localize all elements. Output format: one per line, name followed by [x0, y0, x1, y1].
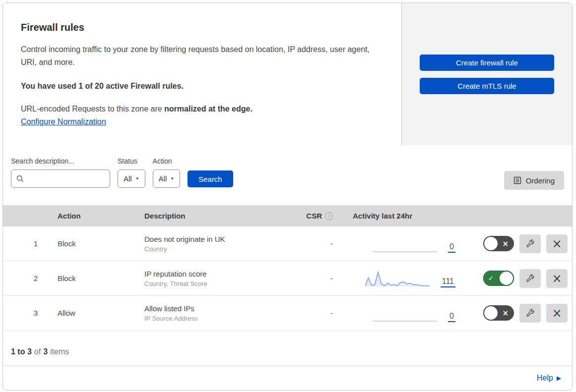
column-action: Action [48, 212, 134, 220]
action-filter-group: Action All ▼ [153, 157, 181, 188]
edit-rule-button[interactable] [519, 234, 541, 253]
pagination-range: 1 to 3 [11, 347, 32, 356]
page-description: Control incoming traffic to your zone by… [21, 43, 378, 69]
help-section: Help ▶ [3, 366, 572, 390]
rule-activity-cell: 111 [333, 261, 459, 295]
header-actions-panel: Create firewall rule Create mTLS rule [402, 3, 572, 145]
chevron-down-icon: ▼ [135, 177, 139, 181]
rule-description-cell: Allow listed IPs IP Source Address [134, 304, 283, 322]
delete-rule-button[interactable]: × [546, 269, 568, 288]
toggle-off-x-icon: × [502, 236, 509, 251]
enabled-toggle[interactable]: × ✓ [483, 305, 514, 321]
filter-section: Search description... Status All ▼ Actio… [3, 145, 572, 205]
search-input[interactable] [28, 175, 105, 183]
create-firewall-rule-button[interactable]: Create firewall rule [420, 55, 554, 71]
wrench-icon [525, 308, 535, 318]
table-header: Action Description CSR i Activity last 2… [3, 205, 572, 226]
status-dropdown[interactable]: All ▼ [118, 169, 145, 188]
rule-priority: 1 [3, 239, 48, 248]
rule-csr: - [283, 309, 333, 317]
enabled-toggle[interactable]: × ✓ [483, 271, 514, 286]
create-mtls-rule-button[interactable]: Create mTLS rule [420, 78, 554, 94]
rule-priority: 3 [3, 309, 48, 317]
activity-count-link[interactable]: 111 [441, 277, 455, 287]
enabled-toggle[interactable]: × ✓ [483, 236, 514, 251]
delete-rule-button[interactable]: × [546, 234, 568, 253]
action-value: All [159, 174, 167, 183]
usage-line: You have used 1 of 20 active Firewall ru… [21, 82, 386, 91]
status-label: Status [118, 157, 145, 165]
search-button[interactable]: Search [188, 170, 233, 187]
activity-sparkline [373, 303, 437, 323]
filter-controls: Search description... Status All ▼ Actio… [11, 157, 233, 188]
search-icon [16, 175, 24, 182]
column-activity: Activity last 24hr [333, 212, 459, 220]
activity-count-link[interactable]: 0 [448, 242, 455, 253]
activity-count-link[interactable]: 0 [448, 312, 455, 322]
normalization-text: URL-encoded Requests to this zone are [21, 105, 164, 113]
ordering-button[interactable]: Ordering [504, 171, 564, 190]
edit-rule-button[interactable] [519, 269, 541, 288]
csr-label: CSR [306, 212, 322, 220]
rule-fields: Country [144, 245, 283, 253]
search-label: Search description... [11, 157, 110, 165]
rule-action: Allow [48, 309, 134, 317]
rule-action: Block [48, 239, 134, 248]
status-value: All [124, 174, 132, 183]
status-filter-group: Status All ▼ [118, 157, 145, 188]
wrench-icon [525, 239, 535, 248]
action-label: Action [153, 157, 181, 165]
table-row: 1 Block Does not originate in UK Country… [3, 226, 572, 261]
rule-controls: × ✓ × [459, 269, 572, 288]
activity-sparkline [365, 269, 430, 288]
page-title: Firewall rules [21, 22, 386, 33]
firewall-rules-card: Firewall rules Control incoming traffic … [2, 2, 573, 391]
arrow-right-icon: ▶ [557, 375, 561, 382]
table-pagination: 1 to 3 of 3 items [3, 331, 572, 366]
table-row: 3 Allow Allow listed IPs IP Source Addre… [3, 296, 572, 331]
close-icon: × [552, 307, 562, 319]
toggle-knob [500, 272, 513, 285]
pagination-items: items [50, 347, 69, 356]
chevron-down-icon: ▼ [170, 177, 174, 181]
activity-sparkline [373, 234, 437, 254]
close-icon: × [552, 238, 562, 250]
search-input-box[interactable] [11, 169, 110, 188]
info-icon[interactable]: i [325, 212, 333, 220]
close-icon: × [552, 273, 562, 284]
rule-controls: × ✓ × [459, 234, 572, 253]
rule-csr: - [283, 274, 333, 282]
action-dropdown[interactable]: All ▼ [153, 169, 181, 188]
column-csr: CSR i [283, 212, 333, 220]
edit-rule-button[interactable] [519, 304, 541, 323]
rule-description: Does not originate in UK [144, 235, 283, 243]
pagination-total: 3 [43, 347, 48, 356]
toggle-off-x-icon: × [502, 305, 509, 321]
header-section: Firewall rules Control incoming traffic … [3, 3, 572, 145]
rule-description: Allow listed IPs [144, 304, 283, 313]
normalization-bold: normalized at the edge. [164, 105, 253, 113]
rule-fields: IP Source Address [144, 315, 283, 322]
pagination-of: of [34, 347, 41, 356]
ordering-label: Ordering [526, 176, 555, 185]
configure-normalization-link[interactable]: Configure Normalization [21, 117, 106, 126]
rule-csr: - [283, 239, 333, 248]
help-label: Help [537, 374, 553, 383]
rule-activity-cell: 0 [333, 296, 459, 330]
rule-priority: 2 [3, 274, 48, 282]
rule-fields: Country, Threat Score [144, 280, 283, 287]
toggle-knob [484, 237, 498, 250]
rule-description: IP reputation score [144, 270, 283, 278]
help-link[interactable]: Help ▶ [537, 374, 561, 383]
wrench-icon [525, 274, 535, 283]
rule-action: Block [48, 274, 134, 282]
rule-description-cell: Does not originate in UK Country [134, 235, 283, 253]
rule-controls: × ✓ × [459, 304, 572, 323]
rule-description-cell: IP reputation score Country, Threat Scor… [134, 270, 283, 287]
toggle-on-check-icon: ✓ [488, 271, 494, 286]
delete-rule-button[interactable]: × [546, 304, 568, 323]
normalization-line: URL-encoded Requests to this zone are no… [21, 105, 386, 113]
column-description: Description [134, 212, 283, 220]
table-row: 2 Block IP reputation score Country, Thr… [3, 261, 572, 296]
header-text-panel: Firewall rules Control incoming traffic … [3, 3, 402, 145]
